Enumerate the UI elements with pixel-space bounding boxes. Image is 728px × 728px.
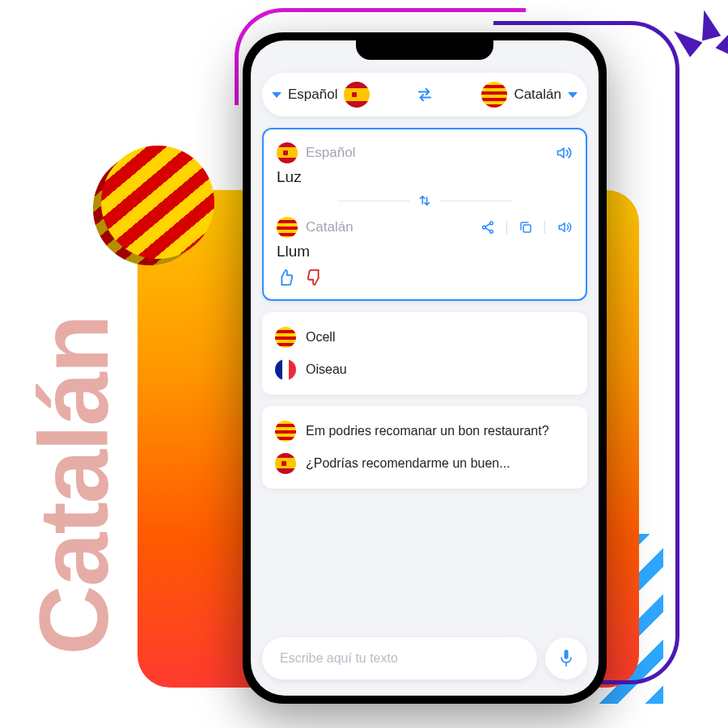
phone-notch bbox=[356, 40, 493, 60]
microphone-button[interactable] bbox=[545, 637, 587, 679]
input-placeholder: Escribe aquí tu texto bbox=[280, 651, 398, 666]
spain-flag-icon bbox=[344, 82, 370, 108]
history-target-text: ¿Podrías recomendarme un buen... bbox=[306, 456, 510, 471]
source-language-selector[interactable]: Español bbox=[272, 82, 411, 108]
app-screen: Español Catalán Español bbox=[251, 40, 599, 696]
share-button[interactable] bbox=[480, 220, 495, 235]
source-language-name: Español bbox=[306, 145, 355, 161]
thumbs-down-button[interactable] bbox=[306, 269, 324, 286]
spain-flag-icon bbox=[277, 142, 298, 163]
source-language-label: Español bbox=[288, 87, 337, 103]
target-language-label: Catalán bbox=[514, 87, 561, 103]
copy-button[interactable] bbox=[518, 220, 533, 235]
svg-rect-4 bbox=[565, 650, 569, 659]
target-text: Llum bbox=[277, 243, 573, 260]
decorative-card-text: Catalán bbox=[18, 316, 129, 655]
swap-vertical-icon bbox=[418, 194, 431, 207]
history-card[interactable]: Ocell Oiseau bbox=[262, 312, 587, 395]
speak-target-button[interactable] bbox=[557, 220, 573, 235]
history-source-text: Ocell bbox=[306, 330, 335, 345]
spain-flag-icon bbox=[275, 453, 296, 474]
swap-languages-button[interactable] bbox=[411, 87, 438, 102]
microphone-icon bbox=[558, 648, 574, 669]
thumbs-up-button[interactable] bbox=[277, 269, 294, 286]
target-language-name: Catalán bbox=[306, 219, 353, 235]
history-target-text: Oiseau bbox=[306, 362, 347, 377]
history-source-text: Em podries recomanar un bon restaurant? bbox=[306, 424, 549, 438]
language-selector-bar: Español Catalán bbox=[262, 73, 587, 116]
swap-translation-button[interactable] bbox=[277, 194, 573, 207]
speak-source-button[interactable] bbox=[555, 145, 573, 161]
chevron-down-icon bbox=[272, 92, 281, 98]
france-flag-icon bbox=[275, 359, 296, 380]
phone-frame: Español Catalán Español bbox=[243, 32, 607, 704]
catalonia-flag-icon bbox=[481, 82, 507, 108]
history-card[interactable]: Em podries recomanar un bon restaurant? … bbox=[262, 406, 587, 489]
decorative-coin-catalan bbox=[101, 146, 214, 259]
active-translation-card: Español Luz Catalán bbox=[262, 128, 587, 301]
catalonia-flag-icon bbox=[275, 421, 296, 442]
target-language-selector[interactable]: Catalán bbox=[438, 82, 578, 108]
source-text: Luz bbox=[277, 168, 573, 186]
text-input[interactable]: Escribe aquí tu texto bbox=[262, 637, 537, 679]
svg-rect-3 bbox=[523, 225, 531, 232]
chevron-down-icon bbox=[568, 92, 578, 98]
input-bar: Escribe aquí tu texto bbox=[262, 637, 587, 679]
catalonia-flag-icon bbox=[275, 327, 296, 348]
catalonia-flag-icon bbox=[277, 217, 298, 238]
